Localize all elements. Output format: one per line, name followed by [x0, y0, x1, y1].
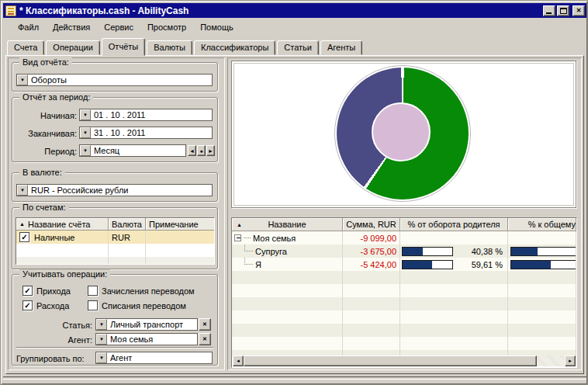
accounts-col-name[interactable]: ▲ Название счёта: [16, 218, 109, 231]
report-table-header: ▲ Название Сумма, RUR % от оборота родит…: [232, 218, 576, 231]
end-date-field[interactable]: ▼ 31 . 10 . 2011: [79, 127, 213, 139]
window-bottom-edge: [3, 376, 586, 380]
currency-combo[interactable]: ▼ RUR - Российские рубли: [16, 184, 213, 196]
article-clear-button[interactable]: ✕: [199, 318, 211, 331]
dropdown-icon[interactable]: ▼: [80, 127, 91, 138]
tab-2[interactable]: Отчёты: [102, 38, 145, 56]
horizontal-scrollbar: ◄ ►: [233, 356, 576, 366]
app-icon: [5, 5, 16, 16]
minimize-button[interactable]: [543, 5, 555, 16]
group-accounts-label: По счетам:: [19, 203, 69, 212]
row-sum: -5 424,00: [361, 260, 396, 269]
menu-item-1[interactable]: Действия: [47, 21, 96, 33]
current-period-button[interactable]: ●: [197, 145, 206, 156]
agent-combo[interactable]: ▼ Моя семья: [95, 333, 198, 345]
tab-5[interactable]: Статьи: [277, 40, 319, 55]
row-sum: -9 099,00: [361, 234, 396, 243]
operation-checkbox-3[interactable]: Списания переводом: [88, 300, 186, 310]
window-controls: ✕: [543, 5, 585, 16]
period-step-combo[interactable]: ▼ Месяц: [79, 144, 186, 157]
maximize-button[interactable]: [557, 5, 569, 16]
menu-item-0[interactable]: Файл: [12, 21, 45, 33]
accounts-col-currency[interactable]: Валюта: [109, 218, 146, 231]
tree-dots: [244, 238, 251, 238]
tab-6[interactable]: Агенты: [320, 40, 362, 55]
dropdown-icon[interactable]: ▼: [96, 319, 107, 330]
col-total-percent-header[interactable]: % к общему: [508, 218, 576, 231]
maximize-icon: [560, 8, 567, 14]
col-parent-percent-header[interactable]: % от оборота родителя: [400, 218, 508, 231]
row-name: Я: [255, 260, 261, 269]
checkbox-label: Списания переводом: [102, 301, 186, 310]
col-sum-header[interactable]: Сумма, RUR: [343, 218, 400, 231]
operation-checkbox-1[interactable]: Зачисления переводом: [88, 286, 195, 296]
checkbox-unchecked[interactable]: [88, 300, 98, 310]
report-table: ▲ Название Сумма, RUR % от оборота родит…: [231, 217, 577, 368]
sort-asc-icon: ▲: [19, 221, 25, 227]
tab-4[interactable]: Классификаторы: [194, 40, 275, 55]
report-row-empty: [232, 271, 576, 284]
row-name: Супруга: [255, 247, 287, 256]
menubar: ФайлДействияСервисПросмотрПомощь: [5, 19, 584, 35]
parent-percent-bar: [402, 247, 453, 256]
checkbox-checked[interactable]: ✓: [22, 300, 33, 310]
period-step-label: Период:: [15, 147, 77, 156]
close-button[interactable]: ✕: [572, 5, 585, 16]
report-row[interactable]: Супруга-3 675,0040,38 %: [232, 245, 576, 258]
operation-checkbox-0[interactable]: ✓Прихода: [22, 286, 71, 296]
checkbox-checked[interactable]: ✓: [22, 286, 33, 296]
tab-0[interactable]: Счета: [7, 40, 44, 55]
group-currency-label: В валюте:: [19, 168, 65, 177]
report-row[interactable]: Я-5 424,0059,61 %: [232, 258, 576, 271]
accounts-col-note[interactable]: Примечание: [146, 218, 214, 231]
minimize-icon: [546, 12, 552, 14]
accounts-table: ▲ Название счёта Валюта Примечание ✓ Нал…: [16, 217, 215, 265]
dropdown-icon[interactable]: ▼: [96, 334, 107, 345]
operation-checkbox-2[interactable]: ✓Расхода: [22, 300, 69, 310]
tree-branch: [244, 258, 253, 265]
tree-collapse-box[interactable]: [234, 234, 241, 241]
checkbox-label: Расхода: [36, 301, 69, 310]
titlebar: * Классификаторы.cash - AbilityCash ✕: [3, 3, 586, 18]
report-row[interactable]: Моя семья-9 099,00: [232, 231, 576, 245]
dropdown-icon[interactable]: ▼: [96, 352, 107, 363]
article-combo[interactable]: ▼ Личный транспорт: [95, 318, 198, 331]
agent-clear-button[interactable]: ✕: [199, 333, 211, 345]
donut-chart: [334, 65, 471, 202]
parent-percent-value: 40,38 %: [472, 247, 503, 256]
tab-3[interactable]: Валюты: [147, 40, 192, 55]
account-row-cash[interactable]: ✓ Наличные RUR: [16, 231, 214, 244]
menu-item-2[interactable]: Сервис: [98, 21, 140, 33]
menu-item-4[interactable]: Помощь: [194, 21, 240, 33]
start-date-label: Начиная:: [15, 111, 77, 120]
currency-value: RUR - Российские рубли: [28, 185, 130, 196]
row-sum: -3 675,00: [361, 247, 396, 256]
donut-center: [372, 102, 431, 161]
app-window: * Классификаторы.cash - AbilityCash ✕ Фа…: [0, 0, 588, 385]
tab-1[interactable]: Операции: [46, 40, 99, 55]
dropdown-icon[interactable]: ▼: [17, 185, 28, 196]
tab-strip: СчетаОперацииОтчётыВалютыКлассификаторыС…: [7, 37, 364, 55]
scroll-thumb[interactable]: [244, 356, 537, 366]
next-period-button[interactable]: ►: [206, 145, 215, 156]
donut-slices: [337, 68, 469, 199]
dropdown-icon[interactable]: ▼: [80, 145, 91, 156]
account-currency: RUR: [109, 231, 146, 244]
scroll-right-button[interactable]: ►: [565, 356, 576, 366]
menu-item-3[interactable]: Просмотр: [141, 21, 192, 33]
dropdown-icon[interactable]: ▼: [80, 109, 91, 120]
account-checkbox[interactable]: ✓: [19, 232, 29, 242]
report-type-combo[interactable]: ▼ Обороты: [16, 74, 213, 86]
dropdown-icon[interactable]: ▼: [17, 75, 28, 85]
report-row-empty: [232, 324, 576, 337]
prev-period-button[interactable]: ◄: [188, 145, 196, 156]
start-date-field[interactable]: ▼ 01 . 10 . 2011: [79, 109, 213, 121]
group-period-label: Отчёт за период:: [19, 92, 93, 102]
scroll-trough[interactable]: [537, 356, 565, 366]
checkbox-unchecked[interactable]: [88, 286, 98, 296]
scroll-left-button[interactable]: ◄: [233, 356, 244, 366]
separator: [16, 347, 213, 349]
group-by-combo[interactable]: ▼ Агент: [95, 352, 213, 364]
col-name-header[interactable]: ▲ Название: [232, 218, 343, 231]
end-date-value: 31 . 10 . 2011: [91, 127, 147, 138]
